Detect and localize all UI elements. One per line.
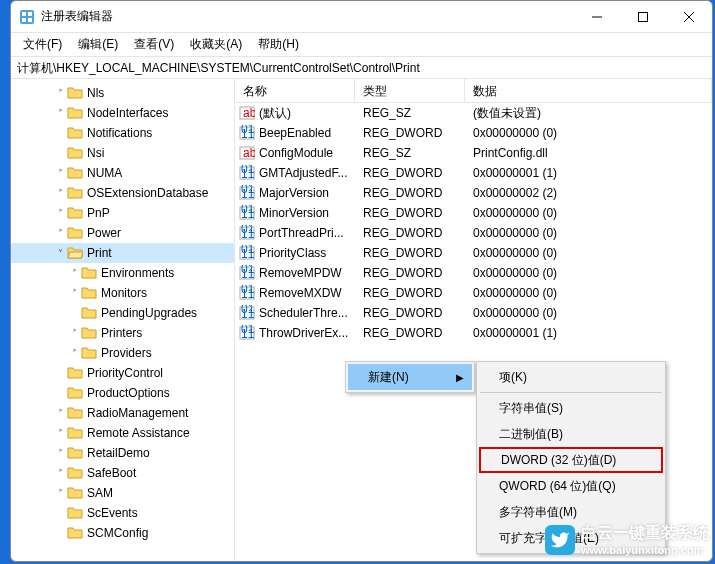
value-name: SchedulerThre...: [259, 306, 348, 320]
tree-item[interactable]: ScEvents: [11, 503, 234, 523]
expander-icon[interactable]: ˃: [53, 108, 67, 119]
tree-item-label: Print: [87, 246, 112, 260]
value-row[interactable]: 011110MajorVersionREG_DWORD0x00000002 (2…: [235, 183, 712, 203]
tree-item[interactable]: ProductOptions: [11, 383, 234, 403]
col-header-type[interactable]: 类型: [355, 79, 465, 102]
value-type: REG_SZ: [355, 106, 465, 120]
menu-item-new[interactable]: 新建(N) ▶: [348, 364, 472, 390]
value-row[interactable]: 011110GMTAdjustedF...REG_DWORD0x00000001…: [235, 163, 712, 183]
minimize-button[interactable]: [574, 1, 620, 33]
value-name: BeepEnabled: [259, 126, 331, 140]
tree-item[interactable]: PriorityControl: [11, 363, 234, 383]
tree-item[interactable]: ˃Monitors: [11, 283, 234, 303]
expander-icon[interactable]: ˃: [53, 208, 67, 219]
close-icon: [684, 12, 694, 22]
expander-icon[interactable]: ˃: [53, 88, 67, 99]
expander-icon[interactable]: ˃: [53, 168, 67, 179]
registry-editor-window: 注册表编辑器 文件(F) 编辑(E) 查看(V) 收藏夹(A) 帮助(H) 计算…: [10, 0, 713, 562]
tree-item-label: PriorityControl: [87, 366, 163, 380]
value-data: 0x00000000 (0): [465, 226, 712, 240]
menu-favorites[interactable]: 收藏夹(A): [182, 33, 250, 56]
svg-text:110: 110: [241, 227, 255, 241]
tree-item[interactable]: Notifications: [11, 123, 234, 143]
expander-icon[interactable]: ˃: [53, 188, 67, 199]
tree-item[interactable]: ˃Remote Assistance: [11, 423, 234, 443]
menu-item-multistring[interactable]: 多字符串值(M): [479, 499, 663, 525]
svg-rect-1: [22, 12, 26, 16]
expander-icon[interactable]: ˃: [53, 428, 67, 439]
expander-icon[interactable]: ˃: [67, 268, 81, 279]
tree-item-label: Nls: [87, 86, 104, 100]
tree-item[interactable]: SCMConfig: [11, 523, 234, 543]
value-row[interactable]: 011110ThrowDriverEx...REG_DWORD0x0000000…: [235, 323, 712, 343]
expander-icon[interactable]: ˃: [53, 448, 67, 459]
tree-item-label: SafeBoot: [87, 466, 136, 480]
menu-help[interactable]: 帮助(H): [250, 33, 307, 56]
menu-item-qword[interactable]: QWORD (64 位)值(Q): [479, 473, 663, 499]
tree-item[interactable]: ˃SafeBoot: [11, 463, 234, 483]
expander-icon[interactable]: ˃: [53, 408, 67, 419]
expander-icon[interactable]: ˃: [53, 468, 67, 479]
tree-item[interactable]: ˃RetailDemo: [11, 443, 234, 463]
menu-item-string[interactable]: 字符串值(S): [479, 395, 663, 421]
list-header: 名称 类型 数据: [235, 79, 712, 103]
value-type: REG_DWORD: [355, 266, 465, 280]
value-data: 0x00000000 (0): [465, 306, 712, 320]
tree-item[interactable]: PendingUpgrades: [11, 303, 234, 323]
col-header-name[interactable]: 名称: [235, 79, 355, 102]
value-row[interactable]: 011110RemoveMXDWREG_DWORD0x00000000 (0): [235, 283, 712, 303]
tree-item[interactable]: ˃Nls: [11, 83, 234, 103]
value-row[interactable]: 011110SchedulerThre...REG_DWORD0x0000000…: [235, 303, 712, 323]
menu-item-binary[interactable]: 二进制值(B): [479, 421, 663, 447]
app-icon: [19, 9, 35, 25]
svg-rect-3: [22, 18, 26, 22]
value-row[interactable]: 011110RemoveMPDWREG_DWORD0x00000000 (0): [235, 263, 712, 283]
close-button[interactable]: [666, 1, 712, 33]
tree-item[interactable]: ˅Print: [11, 243, 234, 263]
tree-item[interactable]: ˃Providers: [11, 343, 234, 363]
tree-item[interactable]: Nsi: [11, 143, 234, 163]
col-header-data[interactable]: 数据: [465, 79, 712, 102]
tree-item[interactable]: ˃OSExtensionDatabase: [11, 183, 234, 203]
value-data: 0x00000000 (0): [465, 286, 712, 300]
tree-item[interactable]: ˃SAM: [11, 483, 234, 503]
expander-icon[interactable]: ˃: [53, 228, 67, 239]
menu-file[interactable]: 文件(F): [15, 33, 70, 56]
tree-item[interactable]: ˃NodeInterfaces: [11, 103, 234, 123]
svg-text:110: 110: [241, 307, 255, 321]
value-type: REG_DWORD: [355, 286, 465, 300]
tree-item[interactable]: ˃RadioManagement: [11, 403, 234, 423]
svg-text:ab: ab: [243, 146, 255, 160]
tree-item[interactable]: ˃Environments: [11, 263, 234, 283]
value-name: ConfigModule: [259, 146, 333, 160]
expander-icon[interactable]: ˅: [53, 248, 67, 259]
address-bar[interactable]: 计算机\HKEY_LOCAL_MACHINE\SYSTEM\CurrentCon…: [11, 57, 712, 79]
tree-item[interactable]: ˃NUMA: [11, 163, 234, 183]
tree-item-label: SCMConfig: [87, 526, 148, 540]
expander-icon[interactable]: ˃: [53, 488, 67, 499]
expander-icon[interactable]: ˃: [67, 348, 81, 359]
value-row[interactable]: 011110BeepEnabledREG_DWORD0x00000000 (0): [235, 123, 712, 143]
svg-text:110: 110: [241, 187, 255, 201]
expander-icon[interactable]: ˃: [67, 288, 81, 299]
window-title: 注册表编辑器: [41, 8, 574, 25]
value-row[interactable]: 011110MinorVersionREG_DWORD0x00000000 (0…: [235, 203, 712, 223]
tree-item-label: PnP: [87, 206, 110, 220]
tree-pane[interactable]: ˃Nls˃NodeInterfacesNotificationsNsi˃NUMA…: [11, 79, 235, 561]
value-row[interactable]: ab(默认)REG_SZ(数值未设置): [235, 103, 712, 123]
menu-edit[interactable]: 编辑(E): [70, 33, 126, 56]
menu-item-dword[interactable]: DWORD (32 位)值(D): [479, 447, 663, 473]
value-row[interactable]: abConfigModuleREG_SZPrintConfig.dll: [235, 143, 712, 163]
menu-view[interactable]: 查看(V): [126, 33, 182, 56]
value-row[interactable]: 011110PriorityClassREG_DWORD0x00000000 (…: [235, 243, 712, 263]
tree-item[interactable]: ˃Power: [11, 223, 234, 243]
tree-item[interactable]: ˃PnP: [11, 203, 234, 223]
menu-item-key[interactable]: 项(K): [479, 364, 663, 390]
svg-text:110: 110: [241, 247, 255, 261]
value-type: REG_SZ: [355, 146, 465, 160]
maximize-button[interactable]: [620, 1, 666, 33]
tree-item-label: SAM: [87, 486, 113, 500]
tree-item[interactable]: ˃Printers: [11, 323, 234, 343]
value-row[interactable]: 011110PortThreadPri...REG_DWORD0x0000000…: [235, 223, 712, 243]
expander-icon[interactable]: ˃: [67, 328, 81, 339]
